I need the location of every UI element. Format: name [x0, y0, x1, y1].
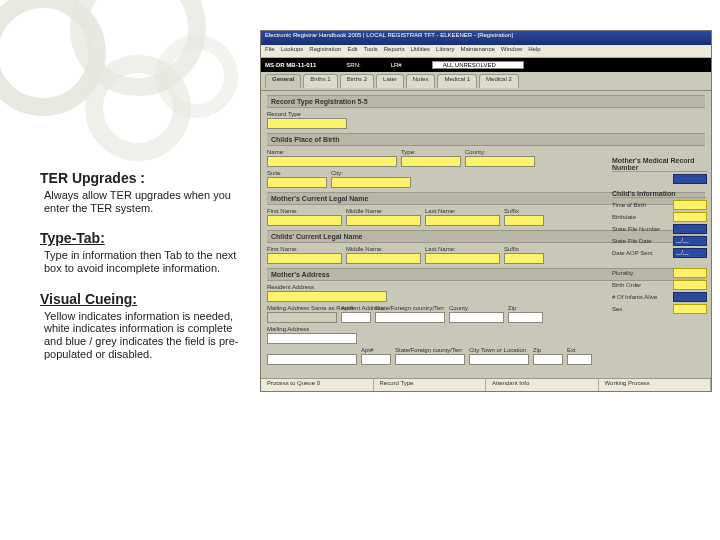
- status-cell: Working Process: [599, 379, 712, 391]
- label: Last Name:: [425, 246, 500, 252]
- value[interactable]: [673, 200, 707, 210]
- label: Birthdate: [612, 214, 636, 220]
- menu-edit[interactable]: Edit: [347, 46, 357, 52]
- label-resident-address: Resident Address: [267, 284, 387, 290]
- label: State File Date: [612, 238, 652, 244]
- toolbar-black: MS-DR MB-11-011 SRN: LR# ALL UNRESOLVED: [261, 58, 711, 72]
- input[interactable]: [341, 312, 371, 323]
- label: Mailing Address Same as Resident Address: [267, 305, 337, 311]
- menu-window[interactable]: Window: [501, 46, 522, 52]
- label: Apt#: [361, 347, 391, 353]
- tab-notes[interactable]: Notes: [406, 74, 436, 88]
- input[interactable]: [267, 253, 342, 264]
- input[interactable]: [567, 354, 592, 365]
- label: Plurality: [612, 270, 633, 276]
- srn-label: SRN:: [346, 62, 360, 68]
- input[interactable]: [346, 215, 421, 226]
- para-type-tab: Type in information then Tab to the next…: [44, 249, 250, 274]
- tab-births-1[interactable]: Births 1: [303, 74, 337, 88]
- tab-general[interactable]: General: [265, 74, 301, 88]
- input[interactable]: [504, 253, 544, 264]
- label: Suite: [267, 170, 327, 176]
- label: Middle Name:: [346, 246, 421, 252]
- input[interactable]: [267, 177, 327, 188]
- menu-maintenance[interactable]: Maintenance: [460, 46, 494, 52]
- label: Middle Name:: [346, 208, 421, 214]
- label: Last Name:: [425, 208, 500, 214]
- input[interactable]: [425, 253, 500, 264]
- input[interactable]: [425, 215, 500, 226]
- input[interactable]: [504, 215, 544, 226]
- input[interactable]: [267, 312, 337, 323]
- lr-label: LR#: [391, 62, 402, 68]
- input[interactable]: [533, 354, 563, 365]
- label: State File Number: [612, 226, 660, 232]
- heading-type-tab: Type-Tab:: [40, 230, 250, 246]
- status-cell: Record Type: [374, 379, 487, 391]
- deco-circle: [155, 35, 238, 118]
- input[interactable]: [401, 156, 461, 167]
- label: State/Foreign county/Terr: [395, 347, 465, 353]
- menu-utilities[interactable]: Utilities: [411, 46, 430, 52]
- label: Ext: [567, 347, 592, 353]
- menu-reports[interactable]: Reports: [384, 46, 405, 52]
- value[interactable]: [673, 304, 707, 314]
- label-record-type: Record Type: [267, 111, 347, 117]
- tab-births-2[interactable]: Births 2: [340, 74, 374, 88]
- label: Zip: [508, 305, 543, 311]
- right-info-column: Mother's Medical Record Number Child's I…: [612, 151, 707, 316]
- input[interactable]: [449, 312, 504, 323]
- menu-lookups[interactable]: Lookups: [281, 46, 304, 52]
- label: City:: [331, 170, 411, 176]
- input[interactable]: [267, 354, 357, 365]
- heading-ter-upgrades: TER Upgrades :: [40, 170, 250, 186]
- input[interactable]: [361, 354, 391, 365]
- filter-dropdown[interactable]: ALL UNRESOLVED: [432, 61, 524, 69]
- left-text-column: TER Upgrades : Always allow TER upgrades…: [40, 170, 250, 376]
- label: City Town or Location: [469, 347, 529, 353]
- input[interactable]: [395, 354, 465, 365]
- value[interactable]: [673, 280, 707, 290]
- menu-help[interactable]: Help: [528, 46, 540, 52]
- para-visual-cueing: Yellow indicates information is needed, …: [44, 310, 250, 361]
- value[interactable]: [673, 268, 707, 278]
- form-area: Record Type Registration 5-5 Record Type…: [261, 91, 711, 392]
- input[interactable]: [267, 215, 342, 226]
- label: Type:: [401, 149, 461, 155]
- input[interactable]: [469, 354, 529, 365]
- menu-library[interactable]: Library: [436, 46, 454, 52]
- value[interactable]: [673, 212, 707, 222]
- input-record-type[interactable]: [267, 118, 347, 129]
- status-cell: Process to Queue 0: [261, 379, 374, 391]
- tab-medical-1[interactable]: Medical 1: [437, 74, 477, 88]
- label: State/Foreign country/Terr: [375, 305, 445, 311]
- tab-later[interactable]: Later: [376, 74, 404, 88]
- heading-mother-mrn: Mother's Medical Record Number: [612, 157, 707, 172]
- value[interactable]: [673, 292, 707, 302]
- label: First Name:: [267, 246, 342, 252]
- input[interactable]: [267, 156, 397, 167]
- input[interactable]: [465, 156, 535, 167]
- heading-childs-info: Child's Information: [612, 190, 707, 198]
- tab-medical-2[interactable]: Medical 2: [479, 74, 519, 88]
- label: Zip: [533, 347, 563, 353]
- value[interactable]: __/__: [673, 236, 707, 246]
- input[interactable]: [346, 253, 421, 264]
- value[interactable]: [673, 224, 707, 234]
- input[interactable]: [508, 312, 543, 323]
- input[interactable]: [331, 177, 411, 188]
- input[interactable]: [375, 312, 445, 323]
- input-resident-address[interactable]: [267, 291, 387, 302]
- menu-tools[interactable]: Tools: [364, 46, 378, 52]
- menu-file[interactable]: File: [265, 46, 275, 52]
- label: Sex: [612, 306, 622, 312]
- input-mailing-address[interactable]: [267, 333, 357, 344]
- menu-registration[interactable]: Registration: [309, 46, 341, 52]
- label: Date AOP Sent: [612, 250, 653, 256]
- para-ter-upgrades: Always allow TER upgrades when you enter…: [44, 189, 250, 214]
- label: Birth Order: [612, 282, 641, 288]
- label: # Of Infants Alive: [612, 294, 657, 300]
- value-mrn[interactable]: [673, 174, 707, 184]
- value[interactable]: __/__: [673, 248, 707, 258]
- label: Name:: [267, 149, 397, 155]
